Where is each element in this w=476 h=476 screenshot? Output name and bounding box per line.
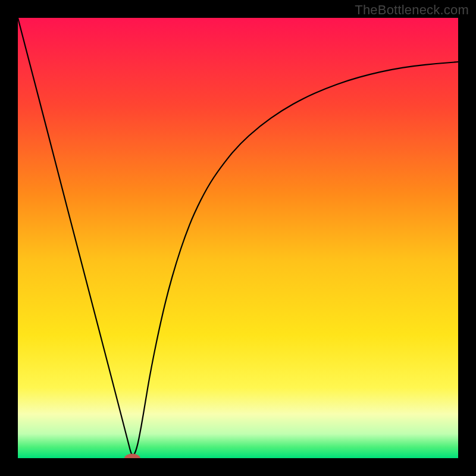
bottleneck-chart <box>18 18 458 458</box>
watermark-label: TheBottleneck.com <box>355 2 469 18</box>
chart-frame: TheBottleneck.com <box>0 0 476 476</box>
gradient-background <box>18 18 458 458</box>
plot-area <box>18 18 458 458</box>
